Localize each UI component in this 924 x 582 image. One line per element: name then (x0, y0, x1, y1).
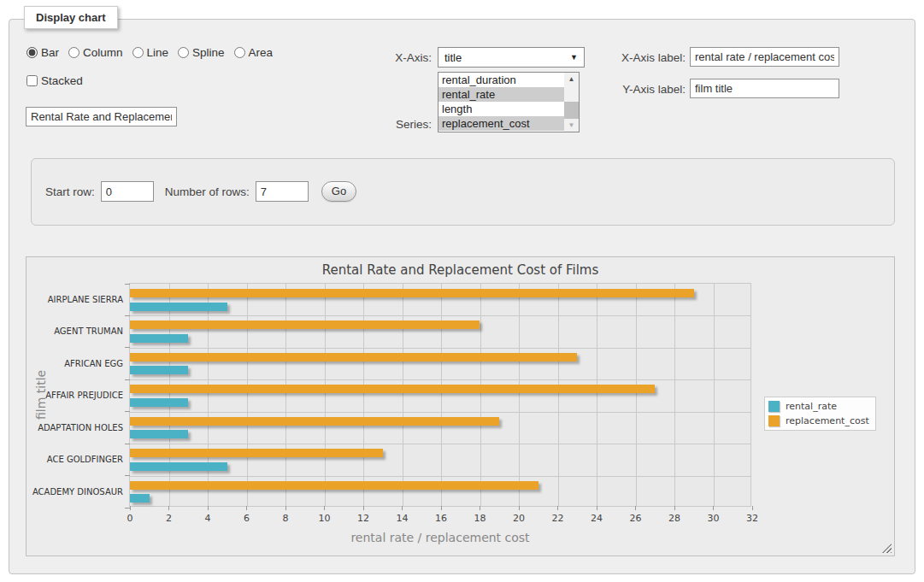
x-axis-tick-mark (480, 506, 480, 510)
gridline-vertical (674, 284, 675, 506)
x-axis-tick-label: 12 (350, 513, 376, 524)
x-axis-tick-label: 16 (428, 513, 454, 524)
stacked-checkbox[interactable] (26, 75, 38, 86)
chart-type-option-area[interactable]: Area (234, 46, 274, 59)
legend-label: replacement_cost (786, 415, 869, 426)
x-axis-tick-label: 26 (623, 513, 649, 524)
gridline-vertical (208, 284, 209, 506)
x-axis-select-label: X-Axis: (386, 51, 432, 64)
x-axis-tick-label: 8 (273, 513, 298, 524)
chart: Rental Rate and Replacement Cost of Film… (26, 256, 895, 556)
row-range-box: Start row: Number of rows: Go (31, 158, 895, 226)
select-dropdown-arrow-icon: ▼ (570, 53, 578, 62)
gridline-vertical (247, 284, 248, 506)
y-axis-tick-mark (125, 284, 130, 285)
x-axis-tick-label: 32 (739, 513, 765, 524)
series-option[interactable]: length (438, 102, 564, 116)
x-axis-tick-mark (285, 506, 286, 510)
chart-title-input[interactable] (26, 107, 177, 126)
legend-item: rental_rate (768, 401, 869, 412)
gridline-horizontal (130, 412, 750, 413)
x-axis-tick-mark (441, 506, 442, 510)
legend-item: replacement_cost (768, 415, 869, 426)
bar-rental_rate (130, 430, 188, 438)
x-axis-tick-mark (246, 506, 247, 510)
x-axis-tick-mark (557, 506, 558, 510)
stacked-option[interactable]: Stacked (26, 74, 83, 87)
x-axis-tick-mark (208, 506, 209, 510)
gridline-vertical (714, 284, 715, 506)
gridline-horizontal (130, 379, 750, 380)
series-listbox[interactable]: rental_duration rental_rate length repla… (438, 72, 580, 132)
page: Display chart Bar Column Line Spline Are… (0, 0, 924, 582)
y-axis-tick-mark (125, 475, 130, 476)
x-axis-tick-label: 18 (468, 513, 493, 524)
gridline-vertical (403, 284, 403, 506)
x-axis-tick-mark (752, 506, 753, 510)
gridline-vertical (558, 284, 559, 506)
x-axis-tick-label: 2 (156, 513, 182, 524)
bar-replacement_cost (130, 417, 499, 426)
chart-type-radio-spline[interactable] (178, 47, 189, 58)
chart-type-radio-group: Bar Column Line Spline Area (26, 46, 273, 59)
y-axis-category-label: ADAPTATION HOLES (31, 412, 123, 444)
chart-legend: rental_rate replacement_cost (764, 397, 876, 431)
x-axis-tick-label: 6 (234, 513, 260, 524)
num-rows-input[interactable] (256, 181, 309, 202)
y-axis-tick-mark (125, 347, 130, 348)
listbox-scrollbar[interactable]: ▲ ▼ (564, 73, 579, 132)
x-axis-tick-mark (597, 506, 597, 510)
chart-type-radio-line[interactable] (132, 47, 144, 58)
y-axis-category-label: ACADEMY DINOSAUR (31, 476, 123, 508)
x-axis-tick-label: 4 (195, 513, 221, 524)
scroll-up-arrow-icon[interactable]: ▲ (564, 73, 579, 85)
start-row-input[interactable] (101, 181, 154, 202)
chart-type-label: Spline (192, 46, 225, 59)
bar-rental_rate (130, 303, 227, 311)
y-axis-category-label: AFRICAN EGG (31, 348, 123, 379)
plot-grid: 02468101214161820222426283032AIRPLANE SI… (129, 283, 751, 507)
series-option[interactable]: rental_rate (438, 87, 564, 102)
x-axis-tick-mark (674, 506, 675, 510)
bar-replacement_cost (130, 481, 539, 490)
gridline-horizontal (130, 348, 750, 349)
legend-swatch-replacement-cost (768, 415, 780, 426)
gridline-vertical (597, 284, 597, 506)
x-axis-tick-mark (713, 506, 714, 510)
chart-type-option-spline[interactable]: Spline (178, 46, 225, 59)
chart-type-radio-column[interactable] (68, 47, 79, 58)
x-axis-select[interactable]: title ▼ (438, 47, 585, 68)
chart-type-label: Line (147, 46, 169, 59)
bar-replacement_cost (130, 449, 383, 457)
series-listbox-label: Series: (386, 118, 432, 131)
scrollbar-thumb[interactable] (564, 102, 579, 119)
y-axis-category-label: AFFAIR PREJUDICE (31, 379, 123, 411)
x-axis-tick-label: 28 (662, 513, 687, 524)
chart-type-option-line[interactable]: Line (132, 46, 169, 59)
y-axis-category-label: AIRPLANE SIERRA (31, 284, 123, 315)
gridline-vertical (519, 284, 520, 506)
chart-type-radio-bar[interactable] (26, 47, 38, 58)
num-rows-label: Number of rows: (165, 185, 250, 198)
x-axis-tick-label: 24 (584, 513, 609, 524)
chart-type-option-bar[interactable]: Bar (26, 46, 59, 59)
legend-swatch-rental-rate (768, 401, 780, 412)
chart-type-option-column[interactable]: Column (68, 46, 123, 59)
gridline-vertical (325, 284, 326, 506)
bar-rental_rate (130, 462, 227, 471)
go-button[interactable]: Go (321, 181, 356, 202)
y-axis-label-field-label: Y-Axis label: (609, 83, 686, 96)
y-axis-tick-mark (125, 411, 130, 412)
x-axis-tick-mark (402, 506, 403, 510)
resize-handle-icon[interactable] (882, 544, 892, 553)
x-axis-label-input[interactable] (690, 47, 839, 67)
panel-title: Display chart (24, 6, 118, 29)
chart-type-radio-area[interactable] (234, 47, 245, 58)
stacked-label: Stacked (41, 74, 83, 87)
series-option[interactable]: replacement_cost (438, 116, 564, 131)
bar-rental_rate (130, 366, 188, 374)
y-axis-label-input[interactable] (690, 79, 839, 98)
chart-x-axis-title: rental rate / replacement cost (129, 531, 751, 544)
scroll-down-arrow-icon[interactable]: ▼ (564, 119, 579, 132)
series-option[interactable]: rental_duration (438, 73, 564, 87)
